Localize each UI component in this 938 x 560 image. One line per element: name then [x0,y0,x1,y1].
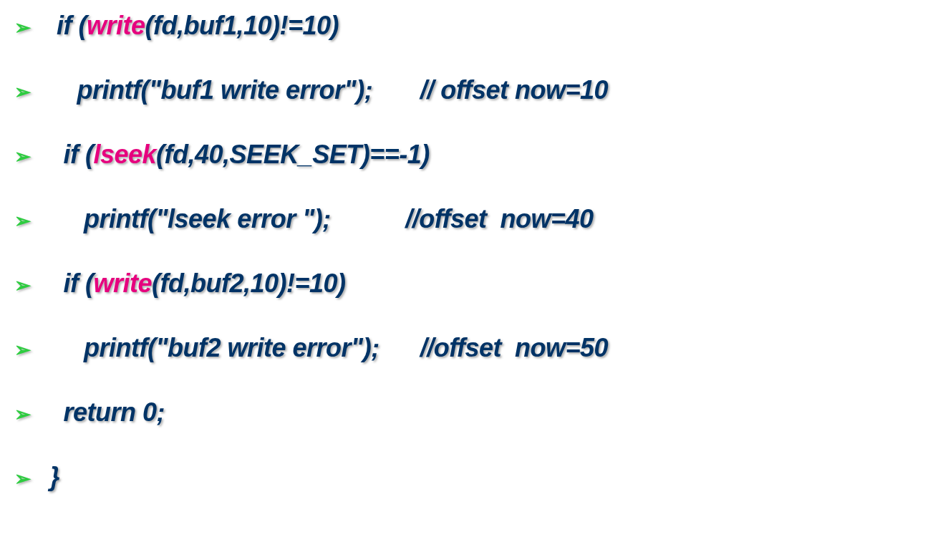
code-line: ➢ if (lseek(fd,40,SEEK_SET)==-1) [14,140,924,170]
code-text: printf("lseek error "); //offset now=40 [43,204,594,234]
code-line: ➢ if (write(fd,buf1,10)!=10) [14,11,924,41]
code-text: if (write(fd,buf1,10)!=10) [43,11,339,41]
highlighted-keyword: lseek [94,140,157,169]
code-segment: return 0; [43,397,165,427]
code-line: ➢ if (write(fd,buf2,10)!=10) [14,269,924,299]
code-segment: (fd,buf2,10)!=10) [152,269,346,298]
code-segment: printf("lseek error "); //offset now=40 [43,204,594,233]
code-line: ➢ printf("buf1 write error"); // offset … [14,75,924,105]
code-segment: if ( [43,11,87,40]
code-line: ➢ return 0; [14,397,924,428]
bullet-icon: ➢ [14,402,43,426]
code-text: printf("buf1 write error"); // offset no… [43,75,608,105]
code-text: return 0; [43,397,165,428]
code-line: ➢ } [14,462,924,492]
code-text: if (lseek(fd,40,SEEK_SET)==-1) [43,140,430,170]
bullet-icon: ➢ [14,16,43,39]
code-listing: ➢ if (write(fd,buf1,10)!=10)➢ printf("bu… [14,11,924,492]
code-text: } [43,462,59,492]
code-segment: } [43,462,59,491]
bullet-icon: ➢ [14,467,43,491]
highlighted-keyword: write [94,269,153,298]
bullet-icon: ➢ [14,274,43,297]
code-segment: if ( [43,140,94,169]
code-segment: printf("buf1 write error"); // offset no… [43,75,608,105]
code-text: printf("buf2 write error"); //offset now… [43,333,608,363]
bullet-icon: ➢ [14,338,43,362]
bullet-icon: ➢ [14,145,43,168]
code-text: if (write(fd,buf2,10)!=10) [43,269,346,299]
highlighted-keyword: write [87,11,145,40]
bullet-icon: ➢ [14,80,43,104]
code-line: ➢ printf("lseek error "); //offset now=4… [14,204,924,234]
code-segment: printf("buf2 write error"); //offset now… [43,333,608,362]
code-segment: (fd,40,SEEK_SET)==-1) [156,140,430,169]
code-segment: if ( [43,269,94,298]
code-segment: (fd,buf1,10)!=10) [145,11,339,40]
bullet-icon: ➢ [14,209,43,233]
code-line: ➢ printf("buf2 write error"); //offset n… [14,333,924,363]
